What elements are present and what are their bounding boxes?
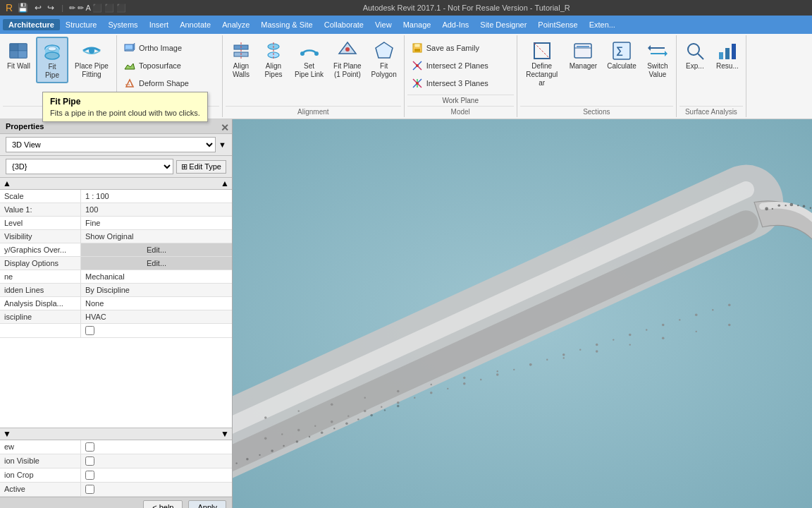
prop-ion-crop-value <box>81 468 232 482</box>
menu-extend[interactable]: Exten... <box>584 19 621 30</box>
svg-rect-26 <box>414 44 420 47</box>
menu-massing[interactable]: Massing & Site <box>255 19 318 30</box>
toposurface-button[interactable]: Toposurface <box>120 57 204 74</box>
prop-discipline-value: HVAC <box>81 310 232 323</box>
3d-view-area[interactable] <box>233 119 812 508</box>
tools-icon: ✏ ✏ A ⬛ ⬛ ⬛ <box>69 4 126 13</box>
place-pipe-fitting-button[interactable]: Place Pipe Fitting <box>70 37 113 82</box>
scroll-up-arrow2[interactable]: ▲ <box>221 179 229 188</box>
svg-point-129 <box>384 409 386 411</box>
menu-analyze[interactable]: Analyze <box>216 19 255 30</box>
fit-plane-1pt-label: Fit Plane(1 Point) <box>333 62 361 79</box>
menu-addins[interactable]: Add-Ins <box>436 19 474 30</box>
tooltip-popup: Fit Pipe Fits a pipe in the point cloud … <box>42 92 208 122</box>
switch-value-button[interactable]: SwitchValue <box>642 37 673 82</box>
help-button[interactable]: < help <box>143 500 183 508</box>
menu-site-designer[interactable]: Site Designer <box>474 19 532 30</box>
set-pipe-link-button[interactable]: SetPipe Link <box>290 37 328 82</box>
define-rectangular-button[interactable]: DefineRectangular <box>520 37 564 90</box>
fit-plane-1pt-icon <box>336 40 359 62</box>
menu-collaborate[interactable]: Collaborate <box>319 19 369 30</box>
apply-button[interactable]: Apply <box>188 500 226 508</box>
checkbox1[interactable] <box>85 326 94 335</box>
edit-type-button[interactable]: ⊞ Edit Type <box>176 160 226 174</box>
menu-manage[interactable]: Manage <box>398 19 437 30</box>
align-pipes-button[interactable]: AlignPipes <box>258 37 289 82</box>
panel-title: Properties <box>6 122 44 131</box>
scroll-up-arrow[interactable]: ▲ <box>3 179 11 188</box>
fit-polygon-button[interactable]: FitPolygon <box>367 37 401 82</box>
view-dropdown-row: 3D View ▼ <box>0 134 232 156</box>
tooltip-description: Fits a pipe in the point cloud with two … <box>50 109 200 117</box>
dropdown-arrow: ▼ <box>219 140 226 149</box>
prop-analysis-value: None <box>81 297 232 310</box>
panel-close-button[interactable]: ✕ <box>221 122 229 133</box>
undo-icon[interactable]: ↩ <box>35 3 42 13</box>
result-button[interactable]: Resu... <box>712 37 743 73</box>
scroll-down-arrow[interactable]: ▼ <box>3 429 11 439</box>
fit-wall-button[interactable]: Fit Wall <box>3 37 35 73</box>
scroll-down-arrow2[interactable]: ▼ <box>221 429 229 439</box>
svg-rect-39 <box>577 46 589 47</box>
intersect-2-planes-button[interactable]: Intersect 2 Planes <box>407 57 492 74</box>
deform-shape-button[interactable]: Deform Shape <box>120 75 204 92</box>
intersect-3-planes-button[interactable]: Intersect 3 Planes <box>407 75 492 92</box>
menu-annotate[interactable]: Annotate <box>174 19 216 30</box>
svg-point-91 <box>662 337 665 339</box>
align-walls-label: AlignWalls <box>233 62 250 79</box>
prop-graphics-value[interactable]: Edit... <box>81 243 232 256</box>
deform-shape-label: Deform Shape <box>139 79 189 87</box>
checkbox-active[interactable] <box>85 485 94 494</box>
svg-point-124 <box>321 431 324 434</box>
svg-point-62 <box>463 382 466 385</box>
menu-structure[interactable]: Structure <box>60 19 103 30</box>
explore-icon <box>684 40 706 62</box>
place-pipe-fitting-icon <box>80 40 103 62</box>
prop-active: Active <box>0 483 232 497</box>
manager-button[interactable]: Manager <box>565 37 601 73</box>
menu-architecture[interactable]: Architecture <box>3 19 60 30</box>
fit-plane-1pt-button[interactable]: Fit Plane(1 Point) <box>329 37 365 82</box>
place-pipe-fitting-label: Place Pipe Fitting <box>74 62 109 79</box>
result-icon <box>716 40 739 62</box>
redo-icon[interactable]: ↪ <box>47 3 54 13</box>
checkbox-ion-visible[interactable] <box>85 456 94 466</box>
svg-point-126 <box>345 422 348 425</box>
menu-insert[interactable]: Insert <box>144 19 175 30</box>
type-selector[interactable]: {3D} <box>6 159 173 174</box>
menu-view[interactable]: View <box>369 19 398 30</box>
fit-polygon-label: FitPolygon <box>371 62 397 79</box>
prop-level: Level Fine <box>0 217 232 230</box>
svg-point-58 <box>397 401 400 404</box>
save-icon[interactable]: 💾 <box>18 3 28 13</box>
svg-point-79 <box>264 416 267 419</box>
svg-marker-13 <box>125 64 135 69</box>
svg-point-89 <box>596 350 598 353</box>
svg-point-75 <box>679 319 680 320</box>
svg-rect-4 <box>18 51 27 58</box>
prop-display-value[interactable]: Edit... <box>81 257 232 270</box>
svg-point-82 <box>364 397 366 399</box>
svg-text:∑: ∑ <box>616 44 623 56</box>
svg-point-34 <box>416 82 419 85</box>
set-pipe-link-label: SetPipe Link <box>295 62 324 79</box>
svg-point-77 <box>712 309 713 310</box>
explore-button[interactable]: Exp... <box>679 37 710 73</box>
edit-type-label: Edit Type <box>189 162 221 171</box>
prop-graphics: y/Graphics Over... Edit... <box>0 243 232 257</box>
svg-point-117 <box>235 462 237 464</box>
view-dropdown[interactable]: 3D View <box>6 137 216 152</box>
checkbox-ew[interactable] <box>85 442 94 452</box>
checkbox-ion-crop[interactable] <box>85 471 94 480</box>
save-as-family-button[interactable]: Save as Family <box>407 40 492 56</box>
fit-pipe-button[interactable]: FitPipe <box>36 37 68 83</box>
align-walls-button[interactable]: AlignWalls <box>226 37 257 82</box>
prop-display-label: Display Options <box>0 257 81 270</box>
menu-systems[interactable]: Systems <box>102 19 143 30</box>
ortho-image-button[interactable]: Ortho Image <box>120 40 204 56</box>
svg-rect-27 <box>414 49 420 52</box>
window-title: Autodesk Revit 2017.1 - Not For Resale V… <box>126 4 806 12</box>
prop-scale-value[interactable]: 1 : 100 <box>81 190 232 202</box>
menu-pointsense[interactable]: PointSense <box>532 19 583 30</box>
calculate-button[interactable]: ∑ Calculate <box>603 37 641 73</box>
